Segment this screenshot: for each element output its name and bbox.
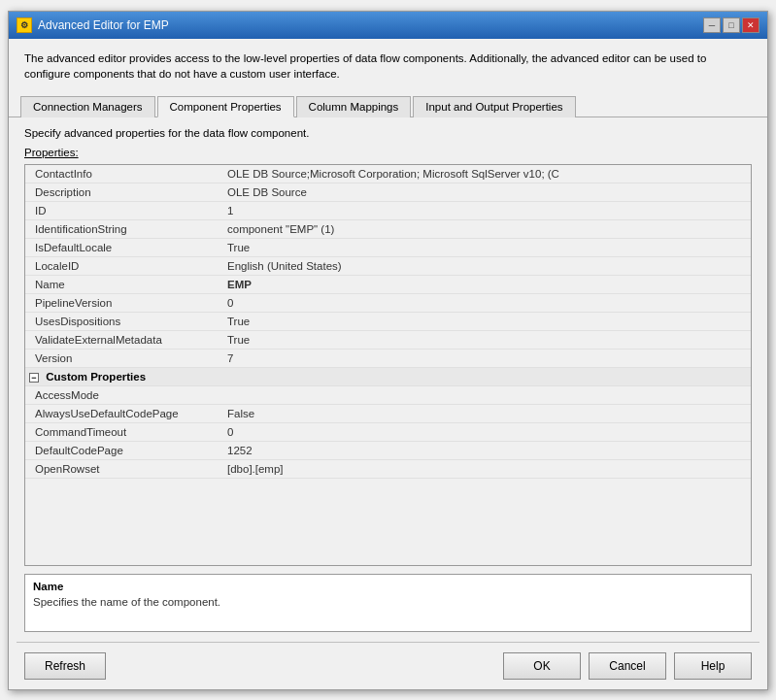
prop-name-localeid: LocaleID (25, 257, 219, 276)
table-row[interactable]: AlwaysUseDefaultCodePage False (25, 405, 751, 423)
properties-label: Properties: (24, 147, 752, 158)
prop-value-usesdispositions: True (219, 313, 751, 331)
title-bar: ⚙ Advanced Editor for EMP ─ □ ✕ (9, 12, 767, 39)
table-row[interactable]: AccessMode (25, 386, 751, 405)
table-row[interactable]: IdentificationString component "EMP" (1) (25, 220, 751, 239)
prop-value-description: OLE DB Source (219, 183, 751, 202)
prop-value-commandtimeout: 0 (219, 423, 751, 442)
table-row[interactable]: ContactInfo OLE DB Source;Microsoft Corp… (25, 165, 751, 183)
prop-name-isdefaultlocale: IsDefaultLocale (25, 239, 219, 257)
prop-value-contactinfo: OLE DB Source;Microsoft Corporation; Mic… (219, 165, 751, 183)
help-button[interactable]: Help (674, 652, 752, 680)
prop-name-description: Description (25, 183, 219, 202)
table-row[interactable]: PipelineVersion 0 (25, 294, 751, 313)
title-buttons: ─ □ ✕ (703, 17, 759, 33)
window-icon: ⚙ (17, 17, 32, 33)
tab-column-mappings[interactable]: Column Mappings (296, 96, 412, 117)
prop-name-identificationstring: IdentificationString (25, 220, 219, 239)
properties-table-container: ContactInfo OLE DB Source;Microsoft Corp… (24, 164, 752, 566)
table-row[interactable]: ValidateExternalMetadata True (25, 331, 751, 350)
custom-properties-header: − Custom Properties (25, 368, 751, 386)
buttons-right: OK Cancel Help (503, 652, 752, 680)
prop-value-pipelineversion: 0 (219, 294, 751, 313)
close-button[interactable]: ✕ (742, 17, 759, 33)
tab-component-properties[interactable]: Component Properties (157, 96, 294, 117)
properties-table-wrapper[interactable]: ContactInfo OLE DB Source;Microsoft Corp… (25, 165, 751, 565)
prop-name-accessmode: AccessMode (25, 386, 219, 405)
info-panel: Name Specifies the name of the component… (24, 574, 752, 632)
ok-button[interactable]: OK (503, 652, 581, 680)
table-row[interactable]: LocaleID English (United States) (25, 257, 751, 276)
buttons-left: Refresh (24, 652, 106, 680)
bottom-buttons: Refresh OK Cancel Help (9, 643, 767, 689)
cancel-button[interactable]: Cancel (589, 652, 666, 680)
table-row[interactable]: Description OLE DB Source (25, 183, 751, 202)
custom-properties-label: − Custom Properties (25, 368, 751, 386)
properties-table: ContactInfo OLE DB Source;Microsoft Corp… (25, 165, 751, 480)
prop-value-validateexternalmetadata: True (219, 331, 751, 350)
table-row[interactable]: ID 1 (25, 202, 751, 220)
tab-connection-managers[interactable]: Connection Managers (20, 96, 155, 117)
prop-name-contactinfo: ContactInfo (25, 165, 219, 183)
prop-name-openrowset: OpenRowset (25, 460, 219, 479)
minimize-button[interactable]: ─ (703, 17, 721, 33)
info-panel-title: Name (33, 581, 743, 592)
prop-name-commandtimeout: CommandTimeout (25, 423, 219, 442)
prop-name-id: ID (25, 202, 219, 220)
prop-name-defaultcodepage: DefaultCodePage (25, 442, 219, 460)
expand-icon[interactable]: − (29, 373, 39, 383)
table-row[interactable]: OpenRowset [dbo].[emp] (25, 460, 751, 479)
prop-value-localeid: English (United States) (219, 257, 751, 276)
prop-value-name: EMP (219, 276, 751, 294)
prop-value-alwaysusedefaultcodepage: False (219, 405, 751, 423)
table-row[interactable]: CommandTimeout 0 (25, 423, 751, 442)
prop-name-validateexternalmetadata: ValidateExternalMetadata (25, 331, 219, 350)
prop-value-isdefaultlocale: True (219, 239, 751, 257)
section-description: Specify advanced properties for the data… (24, 127, 752, 139)
refresh-button[interactable]: Refresh (24, 652, 106, 680)
content-area: Specify advanced properties for the data… (9, 117, 767, 642)
prop-name-alwaysusedefaultcodepage: AlwaysUseDefaultCodePage (25, 405, 219, 423)
info-panel-description: Specifies the name of the component. (33, 596, 743, 608)
prop-name-name: Name (25, 276, 219, 294)
table-row[interactable]: Name EMP (25, 276, 751, 294)
description-text: The advanced editor provides access to t… (24, 52, 706, 80)
prop-value-accessmode (219, 386, 751, 405)
table-row[interactable]: Version 7 (25, 350, 751, 368)
table-row[interactable]: UsesDispositions True (25, 313, 751, 331)
window-title: Advanced Editor for EMP (38, 18, 169, 32)
prop-value-openrowset: [dbo].[emp] (219, 460, 751, 479)
prop-name-usesdispositions: UsesDispositions (25, 313, 219, 331)
tab-strip: Connection Managers Component Properties… (9, 95, 767, 117)
table-row[interactable]: DefaultCodePage 1252 (25, 442, 751, 460)
table-row[interactable]: IsDefaultLocale True (25, 239, 751, 257)
prop-value-defaultcodepage: 1252 (219, 442, 751, 460)
prop-value-id: 1 (219, 202, 751, 220)
prop-name-version: Version (25, 350, 219, 368)
main-window: ⚙ Advanced Editor for EMP ─ □ ✕ The adva… (8, 11, 768, 690)
title-bar-left: ⚙ Advanced Editor for EMP (17, 17, 169, 33)
tab-input-output-properties[interactable]: Input and Output Properties (413, 96, 575, 117)
description-area: The advanced editor provides access to t… (9, 39, 767, 91)
prop-value-version: 7 (219, 350, 751, 368)
prop-name-pipelineversion: PipelineVersion (25, 294, 219, 313)
prop-value-identificationstring: component "EMP" (1) (219, 220, 751, 239)
maximize-button[interactable]: □ (723, 17, 740, 33)
